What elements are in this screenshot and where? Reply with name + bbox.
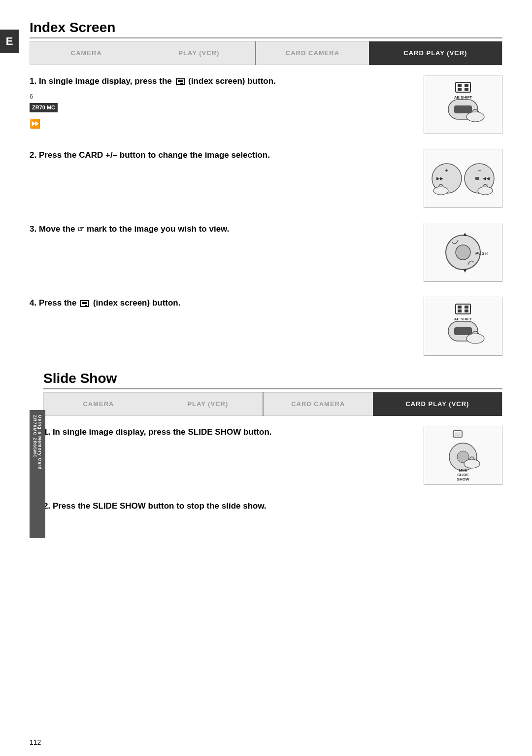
push-dial-svg: PUSH ▲ ▼ <box>429 225 498 279</box>
svg-rect-16 <box>475 177 479 180</box>
svg-text:SHOW: SHOW <box>457 477 469 481</box>
sidebar-zr-label: ZR70MC ZR65MCUsing a Memory Card <box>31 413 44 535</box>
svg-point-8 <box>466 112 484 122</box>
tab-card-camera-slideshow[interactable]: CARD CAMERA <box>264 392 373 416</box>
step-3-text: 3. Move the ☞ mark to the image you wish… <box>30 223 424 236</box>
index-icon-1 <box>176 78 185 85</box>
slideshow-steps: 1. In single image display, press the SL… <box>43 426 502 513</box>
svg-rect-24 <box>458 306 462 309</box>
svg-rect-26 <box>458 309 462 312</box>
page-number: 112 <box>30 738 41 746</box>
cursor-mark: ☞ <box>77 225 84 233</box>
sidebar-label: ZR70MC ZR65MCUsing a Memory Card <box>30 410 45 538</box>
tab-camera-slideshow[interactable]: CAMERA <box>44 392 153 416</box>
zr-badge: ZR70 MC <box>30 103 58 112</box>
step-3-img: PUSH ▲ ▼ <box>424 223 502 282</box>
svg-text:AE SHIFT: AE SHIFT <box>454 95 472 100</box>
tab-card-play-vcr-index[interactable]: CARD PLAY (VCR) <box>369 41 502 65</box>
svg-text:–: – <box>478 167 481 174</box>
index-icon-4 <box>80 300 89 307</box>
tab-card-play-vcr-slideshow[interactable]: CARD PLAY (VCR) <box>373 392 502 416</box>
ae-shift-svg-1: AE SHIFT <box>429 80 498 129</box>
svg-rect-1 <box>458 84 462 87</box>
svg-text:▲: ▲ <box>462 231 468 238</box>
svg-rect-30 <box>454 327 472 335</box>
svg-rect-27 <box>465 309 468 312</box>
section-title-slideshow: Slide Show <box>43 371 502 389</box>
svg-text:◀◀: ◀◀ <box>483 176 490 181</box>
mode-bar-index: CAMERA PLAY (VCR) CARD CAMERA CARD PLAY … <box>30 41 502 65</box>
tab-card-camera-index[interactable]: CARD CAMERA <box>256 41 369 65</box>
svg-point-12 <box>433 187 448 195</box>
slideshow-step-2-text: 2. Press the SLIDE SHOW button to stop t… <box>43 500 502 513</box>
svg-point-17 <box>478 187 493 195</box>
ae-shift-svg-4: AE SHIFT <box>429 302 498 351</box>
svg-text:▼: ▼ <box>462 267 468 274</box>
step-1-img: AE SHIFT <box>424 75 502 134</box>
mode-bar-slideshow: CAMERA PLAY (VCR) CARD CAMERA CARD PLAY … <box>43 392 502 416</box>
step-2-text: 2. Press the CARD +/– button to change t… <box>30 149 424 162</box>
svg-rect-4 <box>465 88 468 91</box>
slideshow-step-1-text: 1. In single image display, press the SL… <box>43 426 424 439</box>
slide-show-section: ZR70MC ZR65MCUsing a Memory Card Slide S… <box>30 371 502 513</box>
svg-text:+: + <box>445 167 448 174</box>
step-2-row: 2. Press the CARD +/– button to change t… <box>30 149 502 208</box>
slideshow-step-1-img: MIX/ SLIDE SHOW <box>424 426 502 485</box>
card-plus-minus-svg: + ▶▶ – ◀◀ <box>426 151 500 206</box>
svg-rect-7 <box>454 105 472 113</box>
step-1-row: 1. In single image display, press the (i… <box>30 75 502 134</box>
index-screen-section: Index Screen CAMERA PLAY (VCR) CARD CAME… <box>30 20 502 356</box>
step-4-text: 4. Press the (index screen) button. <box>30 297 424 309</box>
svg-text:MIX/: MIX/ <box>459 468 467 473</box>
step-4-row: 4. Press the (index screen) button. AE S… <box>30 297 502 356</box>
step-2-img: + ▶▶ – ◀◀ <box>424 149 502 208</box>
svg-point-39 <box>464 459 480 468</box>
svg-text:▶▶: ▶▶ <box>436 176 443 181</box>
slideshow-step-2-row: 2. Press the SLIDE SHOW button to stop t… <box>43 500 502 513</box>
step-4-img: AE SHIFT <box>424 297 502 356</box>
step-1-text: 1. In single image display, press the (i… <box>30 75 424 131</box>
svg-point-31 <box>466 334 484 344</box>
tab-camera-index[interactable]: CAMERA <box>30 41 143 65</box>
svg-rect-2 <box>465 84 468 87</box>
index-steps: 1. In single image display, press the (i… <box>30 75 502 356</box>
svg-point-19 <box>456 245 470 260</box>
tab-play-vcr-index[interactable]: PLAY (VCR) <box>143 41 256 65</box>
svg-text:SLIDE: SLIDE <box>457 473 469 477</box>
svg-rect-25 <box>465 306 468 309</box>
svg-rect-3 <box>458 88 462 91</box>
e-badge: E <box>0 30 19 53</box>
svg-text:PUSH: PUSH <box>475 251 488 256</box>
slideshow-step-1-row: 1. In single image display, press the SL… <box>43 426 502 485</box>
step-1-sub: 6 ZR70 MC ⏩ <box>30 92 414 131</box>
svg-rect-33 <box>455 433 460 436</box>
section-title-index: Index Screen <box>30 20 502 38</box>
tab-play-vcr-slideshow[interactable]: PLAY (VCR) <box>153 392 263 416</box>
svg-text:AE SHIFT: AE SHIFT <box>454 317 472 321</box>
mix-slide-show-svg: MIX/ SLIDE SHOW <box>429 428 498 482</box>
step-3-row: 3. Move the ☞ mark to the image you wish… <box>30 223 502 282</box>
